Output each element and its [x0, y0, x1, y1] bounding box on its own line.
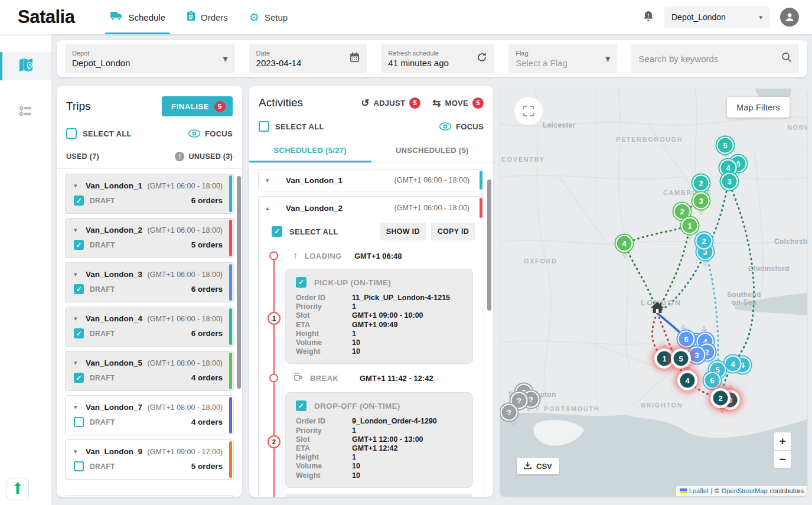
depot-filter[interactable]: Depot Depot_London ▾ — [65, 44, 235, 73]
break-label: BREAK — [310, 374, 360, 383]
trip-checkbox[interactable] — [74, 461, 84, 471]
zoom-in-button[interactable]: + — [774, 432, 791, 450]
depot-home-icon[interactable] — [650, 301, 664, 316]
rail-item-gantt-view[interactable] — [0, 98, 51, 126]
tab-unscheduled[interactable]: UNSCHEDULED (5) — [371, 139, 494, 162]
search-icon[interactable] — [781, 52, 792, 65]
adjust-button[interactable]: ↺ ADJUST 5 — [361, 97, 420, 109]
map-stop-marker[interactable]: 6 — [678, 331, 695, 348]
rail-item-map-view[interactable] — [0, 52, 51, 80]
chevron-down-icon[interactable]: ▾ — [74, 182, 86, 190]
dropoff-title: DROP-OFF (ON-TIME) — [314, 402, 400, 410]
trip-checkbox[interactable] — [74, 328, 84, 338]
timeline-node — [269, 252, 278, 260]
van-expanded-header[interactable]: ▴ Van_London_2 (GMT+1 06:00 - 18:00) — [259, 197, 484, 219]
map-stop-marker[interactable]: ? — [501, 404, 518, 421]
trip-card[interactable]: ▾ Van_London_4 (GMT+1 06:00 - 18:00) DRA… — [65, 307, 234, 347]
date-filter[interactable]: Date 2023-04-14 — [249, 44, 367, 73]
pickup-activity-card[interactable]: 1 PICK-UP (ON-TIME) Order ID 11_Pick_UP_… — [285, 269, 473, 364]
dropoff-activity-card[interactable]: 2 DROP-OFF (ON-TIME) Order ID 9_London_O… — [285, 392, 473, 487]
tab-unused[interactable]: ! UNUSED (3) — [175, 152, 233, 161]
map-stop-marker[interactable]: 5 — [717, 137, 734, 154]
leaflet-link[interactable]: Leaflet — [689, 487, 709, 494]
copy-id-button[interactable]: COPY ID — [431, 223, 475, 240]
trip-card[interactable]: ▾ Van_London_7 (GMT+1 08:00 - 18:00) DRA… — [65, 395, 234, 435]
activities-select-all-checkbox[interactable] — [259, 121, 269, 132]
map-stop-marker[interactable]: 5 — [673, 350, 690, 367]
chevron-down-icon[interactable]: ▾ — [74, 448, 86, 455]
trips-select-all-checkbox[interactable] — [66, 128, 77, 139]
trip-card[interactable]: ▾ Van_London_1 (GMT+1 06:00 - 18:00) DRA… — [65, 174, 234, 214]
field-label: Priority — [296, 302, 352, 311]
fullscreen-expand-button[interactable] — [514, 97, 543, 125]
map-filters-button[interactable]: Map Filters — [727, 97, 790, 118]
tab-used[interactable]: USED (7) — [66, 152, 99, 161]
trip-name: Van_London_4 — [86, 314, 142, 323]
map-stop-marker[interactable]: 4 — [616, 235, 633, 252]
refresh-icon[interactable] — [477, 52, 487, 65]
map-stop-marker[interactable]: 6 — [704, 372, 721, 389]
van-row-collapsed[interactable]: ▾ Van_London_1 (GMT+1 06:00 - 18:00) — [258, 169, 484, 191]
move-button[interactable]: ⇆ MOVE 5 — [432, 97, 484, 109]
activities-panel: Activities ↺ ADJUST 5 ⇆ MOVE 5 SELECT AL… — [249, 86, 493, 497]
trips-scrollbar[interactable] — [237, 176, 241, 389]
chevron-down-icon[interactable]: ▾ — [74, 271, 86, 278]
field-label: Priority — [296, 426, 352, 435]
tab-used-label: USED (7) — [66, 152, 99, 161]
notification-bell-icon[interactable] — [643, 10, 654, 24]
publish-button[interactable] — [6, 478, 29, 500]
depot-selector[interactable]: Depot_London ▾ — [664, 6, 769, 28]
user-avatar[interactable] — [780, 8, 799, 27]
map-panel[interactable]: Leicester PETERBOROUGH COVENTRY NORWICH … — [500, 89, 807, 496]
map-stop-marker[interactable]: 4 — [679, 372, 696, 389]
map-stop-marker[interactable]: 3 — [721, 173, 738, 190]
trip-card[interactable]: ▾ Van_London_3 (GMT+1 06:00 - 18:00) DRA… — [65, 262, 234, 302]
trips-panel: Trips FINALISE 5 SELECT ALL FOCUS USED (… — [57, 86, 242, 497]
activities-focus-button[interactable]: FOCUS — [439, 122, 484, 131]
tab-orders[interactable]: Orders — [176, 0, 239, 34]
trip-checkbox[interactable] — [74, 373, 84, 383]
trip-checkbox[interactable] — [74, 417, 84, 427]
map-stop-marker[interactable]: 3 — [693, 193, 710, 210]
zoom-out-button[interactable]: − — [774, 450, 791, 468]
map-stop-marker[interactable]: 2 — [693, 175, 710, 192]
clipboard-icon — [187, 11, 195, 24]
trip-checkbox[interactable] — [74, 196, 84, 206]
map-stop-marker[interactable]: 1 — [656, 350, 673, 367]
flag-filter[interactable]: Flag Select a Flag ▾ — [508, 44, 617, 73]
dropoff-checkbox[interactable] — [296, 400, 306, 411]
pickup-checkbox[interactable] — [296, 277, 306, 288]
map-stop-marker[interactable]: 4 — [725, 356, 742, 373]
chevron-down-icon[interactable]: ▾ — [266, 177, 278, 184]
tab-schedule[interactable]: Schedule — [99, 0, 176, 34]
chevron-down-icon[interactable]: ▾ — [74, 403, 86, 411]
chevron-down-icon[interactable]: ▾ — [74, 315, 86, 322]
chevron-down-icon[interactable]: ▾ — [74, 359, 86, 367]
trip-checkbox[interactable] — [74, 240, 84, 250]
satalia-logo: Satalia — [18, 6, 74, 28]
map-stop-marker[interactable]: 1 — [681, 217, 699, 234]
search-input[interactable] — [638, 54, 781, 64]
activities-scrollbar[interactable] — [487, 180, 491, 311]
map-stop-marker[interactable]: 2 — [712, 390, 729, 407]
map-stop-marker[interactable]: 3 — [689, 347, 706, 364]
show-id-button[interactable]: SHOW ID — [380, 223, 426, 240]
trip-card-partial[interactable] — [65, 495, 234, 497]
chevron-up-icon[interactable]: ▴ — [266, 204, 278, 212]
van-select-all-checkbox[interactable] — [272, 226, 282, 237]
csv-export-button[interactable]: CSV — [517, 458, 559, 474]
field-row: Priority 1 — [296, 302, 464, 311]
finalise-button[interactable]: FINALISE 5 — [162, 96, 233, 116]
openstreetmap-link[interactable]: OpenStreetMap — [722, 487, 768, 494]
attribution-suffix: contributors — [770, 487, 804, 494]
map-stop-marker[interactable]: 2 — [696, 233, 713, 250]
trip-card[interactable]: ▾ Van_London_2 (GMT+1 06:00 - 18:00) DRA… — [65, 218, 234, 258]
trip-card[interactable]: ▾ Van_London_9 (GMT+1 09:00 - 17:00) DRA… — [65, 439, 234, 480]
trips-focus-button[interactable]: FOCUS — [188, 129, 233, 138]
tab-setup[interactable]: ⚙ Setup — [239, 0, 298, 34]
refresh-schedule-field[interactable]: Refresh schedule 41 minutes ago — [381, 44, 494, 73]
tab-scheduled[interactable]: SCHEDULED (5/27) — [249, 139, 371, 162]
chevron-down-icon[interactable]: ▾ — [74, 226, 86, 234]
trip-checkbox[interactable] — [74, 284, 84, 294]
trip-card[interactable]: ▾ Van_London_5 (GMT+1 08:00 - 18:00) DRA… — [65, 351, 234, 391]
